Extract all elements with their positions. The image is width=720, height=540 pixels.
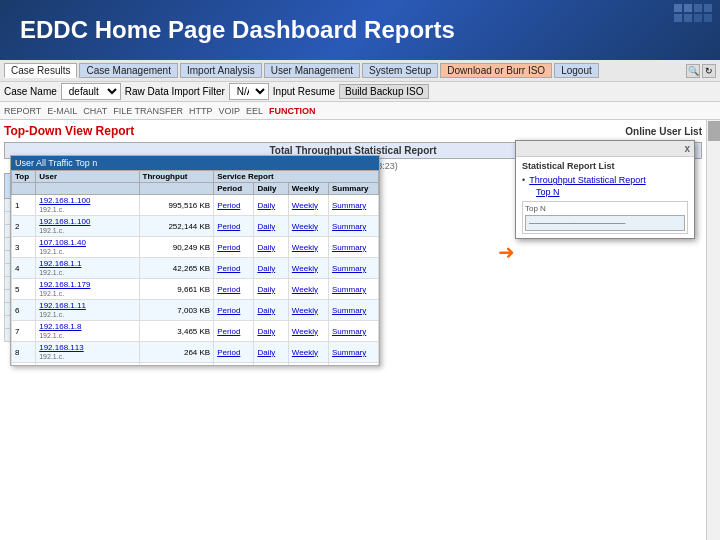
report-tab-report[interactable]: REPORT xyxy=(4,106,41,116)
nav-tab-user-management[interactable]: User Management xyxy=(264,63,360,78)
cell-daily: Daily xyxy=(254,342,288,363)
summary-link[interactable]: Summary xyxy=(332,222,366,231)
period-link[interactable]: Period xyxy=(217,285,240,294)
user-link[interactable]: 192.168.1.100 xyxy=(39,196,90,205)
cell-user: 192.168.1.100 192.1.c. xyxy=(36,195,139,216)
user-link[interactable]: 192.168.1.8 xyxy=(39,322,81,331)
throughput-link[interactable]: Throughput Statistical Report xyxy=(529,175,646,185)
popup-close-btn[interactable]: x xyxy=(684,143,690,154)
cell-ip: 192.1.c. xyxy=(39,353,64,360)
cell-summary: Summary xyxy=(329,321,379,342)
weekly-link[interactable]: Weekly xyxy=(292,264,318,273)
refresh-icon[interactable]: ↻ xyxy=(702,64,716,78)
nav-tab-case-management[interactable]: Case Management xyxy=(79,63,178,78)
deco-dot xyxy=(704,4,712,12)
deco-dot xyxy=(674,14,682,22)
period-link[interactable]: Period xyxy=(217,243,240,252)
daily-link[interactable]: Daily xyxy=(257,201,275,210)
period-link[interactable]: Period xyxy=(217,348,240,357)
search-icon[interactable]: 🔍 xyxy=(686,64,700,78)
report-tab-filetransfer[interactable]: FILE TRANSFER xyxy=(113,106,183,116)
period-link[interactable]: Period xyxy=(217,201,240,210)
nav-tab-download-burr[interactable]: Download or Burr ISO xyxy=(440,63,552,78)
nav-bar: Case Results Case Management Import Anal… xyxy=(0,60,720,82)
report-tab-voip[interactable]: VOIP xyxy=(219,106,241,116)
report-tab-http[interactable]: HTTP xyxy=(189,106,213,116)
user-link[interactable]: 192.168.113 xyxy=(39,343,84,352)
report-tab-email[interactable]: E-MAIL xyxy=(47,106,77,116)
nav-tab-import-analysis[interactable]: Import Analysis xyxy=(180,63,262,78)
nav-tab-logout[interactable]: Logout xyxy=(554,63,599,78)
weekly-link[interactable]: Weekly xyxy=(292,222,318,231)
overlay-title: User All Traffic Top n xyxy=(15,158,97,168)
cell-daily: Daily xyxy=(254,258,288,279)
daily-link[interactable]: Daily xyxy=(257,264,275,273)
user-link[interactable]: 192.168.1.9 xyxy=(39,364,81,365)
weekly-link[interactable]: Weekly xyxy=(292,243,318,252)
user-link[interactable]: 107.108.1.40 xyxy=(39,238,86,247)
cell-top: 5 xyxy=(12,279,36,300)
case-name-label: Case Name xyxy=(4,86,57,97)
daily-link[interactable]: Daily xyxy=(257,285,275,294)
summary-link[interactable]: Summary xyxy=(332,264,366,273)
deco-dot xyxy=(694,14,702,22)
section-title: Top-Down View Report xyxy=(4,124,134,138)
nav-tab-case-results[interactable]: Case Results xyxy=(4,63,77,78)
scroll-thumb[interactable] xyxy=(708,121,720,141)
summary-link[interactable]: Summary xyxy=(332,348,366,357)
user-link[interactable]: 192.168.1.179 xyxy=(39,280,90,289)
summary-link[interactable]: Summary xyxy=(332,243,366,252)
cell-weekly: Weekly xyxy=(288,195,328,216)
report-tab-chat[interactable]: CHAT xyxy=(83,106,107,116)
overlay-header: User All Traffic Top n xyxy=(11,156,379,170)
period-link[interactable]: Period xyxy=(217,264,240,273)
weekly-link[interactable]: Weekly xyxy=(292,327,318,336)
nav-tab-system-setup[interactable]: System Setup xyxy=(362,63,438,78)
cell-throughput: 9,661 KB xyxy=(139,279,214,300)
period-link[interactable]: Period xyxy=(217,222,240,231)
cell-top: 9 xyxy=(12,363,36,366)
cell-user: 192.168.1.100 192.1.c. xyxy=(36,216,139,237)
daily-link[interactable]: Daily xyxy=(257,306,275,315)
summary-link[interactable]: Summary xyxy=(332,327,366,336)
raw-data-select[interactable]: N/A xyxy=(229,83,269,100)
weekly-link[interactable]: Weekly xyxy=(292,201,318,210)
cell-daily: Daily xyxy=(254,195,288,216)
cell-ip: 192.1.c. xyxy=(39,290,64,297)
report-tab-function[interactable]: FUNCTION xyxy=(269,106,316,116)
user-link[interactable]: 192.168.1.1 xyxy=(39,259,81,268)
summary-link[interactable]: Summary xyxy=(332,285,366,294)
input-resume-label: Input Resume xyxy=(273,86,335,97)
cell-user: 192.168.1.179 192.1.c. xyxy=(36,279,139,300)
daily-link[interactable]: Daily xyxy=(257,222,275,231)
user-link[interactable]: 192.168.1.100 xyxy=(39,217,90,226)
daily-link[interactable]: Daily xyxy=(257,348,275,357)
cell-daily: Daily xyxy=(254,216,288,237)
cell-ip: 192.1.c. xyxy=(39,269,64,276)
weekly-link[interactable]: Weekly xyxy=(292,348,318,357)
col-summary: Summary xyxy=(329,183,379,195)
topn-link[interactable]: Top N xyxy=(536,187,560,197)
period-link[interactable]: Period xyxy=(217,327,240,336)
build-backup-btn[interactable]: Build Backup ISO xyxy=(339,84,429,99)
period-link[interactable]: Period xyxy=(217,306,240,315)
cell-summary: Summary xyxy=(329,279,379,300)
case-name-select[interactable]: default xyxy=(61,83,121,100)
cell-weekly: Weekly xyxy=(288,237,328,258)
cell-user: 192.168.1.1 192.1.c. xyxy=(36,258,139,279)
report-tab-eel[interactable]: EEL xyxy=(246,106,263,116)
daily-link[interactable]: Daily xyxy=(257,243,275,252)
cell-user: 192.168.1.8 192.1.c. xyxy=(36,321,139,342)
table-row: 8 192.168.113 192.1.c. 264 KB Period Dai… xyxy=(12,342,379,363)
cell-daily: Daily xyxy=(254,300,288,321)
right-scrollbar[interactable] xyxy=(706,120,720,540)
cell-top: 2 xyxy=(12,216,36,237)
daily-link[interactable]: Daily xyxy=(257,327,275,336)
summary-link[interactable]: Summary xyxy=(332,201,366,210)
cell-period: Period xyxy=(214,300,254,321)
cell-summary: Summary xyxy=(329,300,379,321)
user-link[interactable]: 192.168.1.11 xyxy=(39,301,86,310)
weekly-link[interactable]: Weekly xyxy=(292,285,318,294)
summary-link[interactable]: Summary xyxy=(332,306,366,315)
weekly-link[interactable]: Weekly xyxy=(292,306,318,315)
